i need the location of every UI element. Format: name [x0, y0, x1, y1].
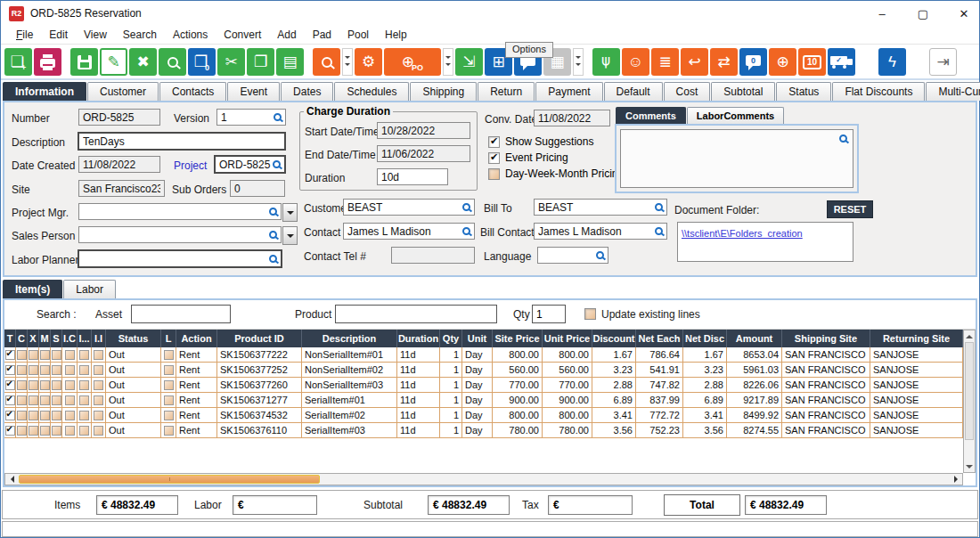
vertical-scrollbar[interactable]: [963, 330, 976, 473]
table-row[interactable]: OutRentSK1506377222NonSerialItem#0111d1D…: [4, 347, 963, 363]
column-header-site-price[interactable]: Site Price: [493, 330, 543, 347]
language-search-icon[interactable]: [596, 251, 604, 259]
tab-labor[interactable]: Labor: [63, 280, 116, 298]
row-checkbox[interactable]: [17, 350, 27, 360]
sales-person-field[interactable]: [78, 226, 282, 243]
table-row[interactable]: OutRentSK1506377260NonSerialItem#0311d1D…: [4, 378, 963, 393]
l-checkbox[interactable]: [164, 380, 174, 390]
row-checkbox[interactable]: [17, 365, 27, 375]
menu-item-add[interactable]: Add: [269, 29, 304, 41]
row-checkbox[interactable]: [52, 411, 61, 420]
table-row[interactable]: OutRentSK1506374532SerialItem#0211d1Day8…: [4, 408, 963, 423]
search-icon[interactable]: [159, 48, 186, 76]
row-checkbox[interactable]: [52, 426, 61, 436]
asset-input[interactable]: [131, 305, 231, 323]
box-return-icon[interactable]: ⇄: [710, 48, 738, 76]
row-checkbox[interactable]: [40, 411, 50, 420]
options-gear-icon[interactable]: ⚙: [355, 48, 382, 76]
l-checkbox[interactable]: [164, 350, 174, 360]
tab-information[interactable]: Information: [3, 82, 86, 101]
column-header-qty[interactable]: Qty: [440, 330, 462, 347]
row-checkbox[interactable]: [79, 350, 89, 360]
find-item-dropdown[interactable]: [342, 48, 353, 76]
bill-contact-search-icon[interactable]: [655, 227, 663, 235]
add-po-cart-icon[interactable]: ⊕PO: [384, 48, 441, 76]
notes-icon[interactable]: ≣: [651, 48, 679, 76]
vault-icon[interactable]: 10: [798, 48, 826, 76]
column-header-t[interactable]: T: [4, 330, 16, 347]
row-checkbox[interactable]: [40, 426, 50, 436]
tab-default[interactable]: Default: [604, 82, 663, 101]
row-checkbox[interactable]: [52, 380, 61, 390]
row-checkbox[interactable]: [40, 395, 50, 405]
sales-person-dropdown[interactable]: [282, 226, 298, 245]
menu-item-pad[interactable]: Pad: [305, 29, 339, 41]
column-header-m[interactable]: M: [39, 330, 51, 347]
tab-return[interactable]: Return: [478, 82, 535, 101]
row-checkbox[interactable]: [65, 380, 75, 390]
row-checkbox[interactable]: [29, 380, 38, 390]
row-checkbox[interactable]: [79, 411, 89, 420]
calendar-dropdown[interactable]: [573, 48, 584, 76]
project-field[interactable]: ORD-5825: [214, 155, 286, 174]
comments-textarea[interactable]: [620, 129, 853, 188]
row-checkbox[interactable]: [79, 426, 89, 436]
row-checkbox[interactable]: [17, 426, 27, 436]
qty-input[interactable]: 1: [532, 305, 566, 323]
horizontal-scroll-thumb[interactable]: [19, 475, 320, 484]
tab-status[interactable]: Status: [776, 82, 831, 101]
column-header-shipping-site[interactable]: Shipping Site: [782, 330, 870, 347]
column-header-duration[interactable]: Duration: [397, 330, 440, 347]
event-pricing-option[interactable]: Event Pricing: [488, 151, 568, 164]
tab-comments[interactable]: Comments: [616, 107, 686, 124]
project-mgr-field[interactable]: [78, 203, 282, 220]
l-checkbox[interactable]: [164, 395, 174, 405]
comments-search-icon[interactable]: [839, 134, 847, 143]
expand-icon[interactable]: ⇲: [455, 48, 483, 76]
project-search-icon[interactable]: [273, 160, 281, 168]
horizontal-scrollbar[interactable]: [4, 473, 963, 485]
tab-flat-discounts[interactable]: Flat Discounts: [832, 82, 925, 101]
delete-icon[interactable]: ✖: [129, 48, 157, 76]
menu-item-view[interactable]: View: [76, 29, 115, 41]
tab-laborcomments[interactable]: LaborComments: [687, 107, 784, 124]
l-checkbox[interactable]: [164, 426, 174, 436]
conv-date-field[interactable]: 11/08/2022: [534, 110, 610, 126]
menu-item-convert[interactable]: Convert: [216, 29, 269, 41]
row-checkbox[interactable]: [94, 350, 103, 360]
table-row[interactable]: OutRentSK1506377252NonSerialItem#0211d1D…: [4, 363, 963, 378]
document-folder-link[interactable]: \\tsclient\E\Folders_creation: [682, 228, 803, 239]
column-header-returning-site[interactable]: Returning Site: [870, 330, 963, 347]
row-checkbox[interactable]: [5, 380, 15, 390]
row-checkbox[interactable]: [94, 426, 103, 436]
column-header-product-id[interactable]: Product ID: [217, 330, 302, 347]
row-checkbox[interactable]: [29, 350, 38, 360]
row-checkbox[interactable]: [5, 426, 15, 436]
row-checkbox[interactable]: [40, 350, 50, 360]
maximize-button[interactable]: ▢: [915, 7, 931, 20]
column-header-discount[interactable]: Discount: [592, 330, 636, 347]
row-checkbox[interactable]: [52, 365, 61, 375]
row-checkbox[interactable]: [65, 426, 75, 436]
project-mgr-search-icon[interactable]: [269, 208, 277, 216]
tab-shipping[interactable]: Shipping: [410, 82, 477, 101]
row-checkbox[interactable]: [65, 350, 75, 360]
bill-contact-field[interactable]: James L Madison: [534, 223, 667, 240]
row-checkbox[interactable]: [79, 380, 89, 390]
tab-schedules[interactable]: Schedules: [334, 82, 409, 101]
scroll-left-arrow[interactable]: [5, 474, 18, 485]
row-checkbox[interactable]: [29, 411, 38, 420]
copy-icon[interactable]: ❐: [247, 48, 274, 76]
column-header-net-disc[interactable]: Net Disc: [683, 330, 727, 347]
l-checkbox[interactable]: [164, 365, 174, 375]
product-input[interactable]: [335, 305, 497, 323]
row-checkbox[interactable]: [5, 411, 15, 420]
labor-planner-field[interactable]: [78, 249, 282, 268]
column-header-x[interactable]: X: [28, 330, 39, 347]
row-checkbox[interactable]: [52, 350, 61, 360]
row-checkbox[interactable]: [52, 395, 61, 405]
menu-item-search[interactable]: Search: [115, 29, 165, 41]
minimize-button[interactable]: –: [874, 7, 890, 20]
table-row[interactable]: OutRentSK1506371277SerialItem#0111d1Day9…: [4, 393, 963, 408]
add-charges-icon[interactable]: ⊕: [769, 48, 796, 76]
